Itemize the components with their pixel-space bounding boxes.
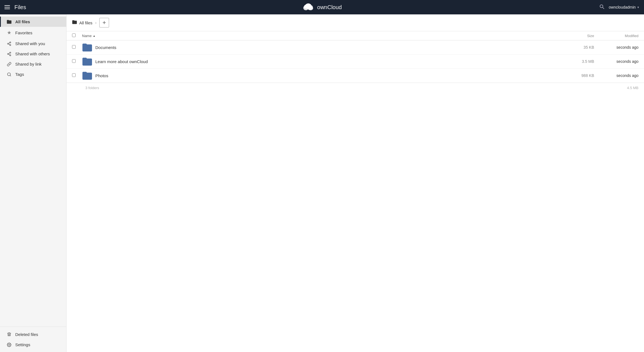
file-summary: 3 folders 4.5 MB xyxy=(67,83,644,93)
table-row[interactable]: Learn more about ownCloud ··· 3.5 MB sec… xyxy=(67,55,644,69)
sidebar-item-label-tags: Tags xyxy=(15,72,24,77)
content-toolbar: All files › + xyxy=(67,14,644,31)
file-name-text-photos: Photos xyxy=(95,73,108,78)
add-button[interactable]: + xyxy=(99,18,109,28)
file-list: Name ▲ Size Modified xyxy=(67,31,644,352)
row-check-documents[interactable] xyxy=(72,45,82,50)
main-layout: All files ★ Favorites Shared with you xyxy=(0,14,644,352)
svg-point-4 xyxy=(308,6,313,11)
hamburger-menu[interactable] xyxy=(4,5,10,9)
row-checkbox-documents[interactable] xyxy=(72,45,76,49)
owncloud-logo xyxy=(302,2,315,12)
sidebar-item-tags[interactable]: Tags xyxy=(0,69,66,79)
sidebar-item-label-favorites: Favorites xyxy=(15,30,32,35)
folder-icon-photos xyxy=(82,71,92,80)
sidebar-item-shared-with-you[interactable]: Shared with you xyxy=(0,38,66,49)
topbar-right: owncloudadmin ▼ xyxy=(599,4,640,11)
select-all-checkbox[interactable] xyxy=(72,33,76,37)
summary-label: 3 folders xyxy=(72,86,611,90)
user-menu[interactable]: owncloudadmin ▼ xyxy=(609,5,640,9)
file-modified-photos: seconds ago xyxy=(594,73,638,78)
sidebar-item-favorites[interactable]: ★ Favorites xyxy=(0,27,66,38)
sidebar-nav: All files ★ Favorites Shared with you xyxy=(0,14,66,327)
folder-icon-learn-more xyxy=(82,57,92,66)
svg-line-10 xyxy=(9,44,10,45)
svg-line-28 xyxy=(554,62,556,63)
folder-icon xyxy=(6,20,12,24)
sidebar-item-shared-with-others[interactable]: Shared with others xyxy=(0,49,66,59)
svg-line-34 xyxy=(554,74,556,75)
search-icon[interactable] xyxy=(599,4,604,11)
sidebar-item-label-shared-by-link: Shared by link xyxy=(15,62,42,66)
sidebar-item-shared-by-link[interactable]: Shared by link xyxy=(0,59,66,69)
sort-arrow-icon: ▲ xyxy=(93,34,96,37)
file-size-learn-more: 3.5 MB xyxy=(566,59,594,64)
column-size: Size xyxy=(566,34,594,38)
breadcrumb: All files xyxy=(72,20,93,25)
svg-line-18 xyxy=(10,75,11,76)
file-modified-documents: seconds ago xyxy=(594,45,638,50)
share-action-documents[interactable] xyxy=(552,44,558,51)
user-caret-icon: ▼ xyxy=(637,6,640,9)
sidebar-item-label-settings: Settings xyxy=(15,342,30,347)
share-icon-others xyxy=(6,52,12,56)
breadcrumb-label[interactable]: All files xyxy=(79,20,93,25)
svg-line-16 xyxy=(9,53,10,54)
breadcrumb-folder-icon xyxy=(72,20,77,25)
file-modified-learn-more: seconds ago xyxy=(594,59,638,64)
svg-line-23 xyxy=(554,48,556,48)
table-row[interactable]: Documents ··· 35 KB seconds ago xyxy=(67,40,644,55)
sidebar-item-label-shared-with-others: Shared with others xyxy=(15,51,50,56)
folder-icon-documents xyxy=(82,43,92,51)
file-name-learn-more: Learn more about ownCloud xyxy=(82,57,552,66)
svg-line-15 xyxy=(9,54,10,55)
link-icon xyxy=(6,62,12,66)
content-area: All files › + Name ▲ Size Modified xyxy=(67,14,644,352)
column-modified: Modified xyxy=(594,34,638,38)
username: owncloudadmin xyxy=(609,5,636,9)
breadcrumb-arrow-icon: › xyxy=(95,20,97,25)
sidebar-item-label-all-files: All files xyxy=(15,19,30,24)
row-check-learn-more[interactable] xyxy=(72,59,82,64)
sidebar: All files ★ Favorites Shared with you xyxy=(0,14,67,352)
file-list-header: Name ▲ Size Modified xyxy=(67,31,644,40)
settings-icon xyxy=(6,343,12,347)
sidebar-item-all-files[interactable]: All files xyxy=(0,17,66,27)
more-action-documents[interactable]: ··· xyxy=(561,44,566,51)
select-all-check[interactable] xyxy=(72,33,82,38)
sidebar-item-label-shared-with-you: Shared with you xyxy=(15,41,45,46)
svg-line-33 xyxy=(554,76,556,77)
file-size-photos: 988 KB xyxy=(566,73,594,78)
svg-line-29 xyxy=(554,60,556,61)
more-action-photos[interactable]: ··· xyxy=(561,72,566,79)
trash-icon xyxy=(6,332,12,337)
svg-point-3 xyxy=(304,5,308,9)
star-icon: ★ xyxy=(6,30,12,36)
file-name-photos: Photos xyxy=(82,71,552,80)
svg-line-11 xyxy=(9,43,10,43)
app-section-title: Files xyxy=(14,4,26,11)
sidebar-item-deleted-files[interactable]: Deleted files xyxy=(0,329,66,340)
sidebar-bottom: Deleted files Settings xyxy=(0,327,66,352)
sidebar-item-settings[interactable]: Settings xyxy=(0,340,66,350)
share-action-photos[interactable] xyxy=(552,72,558,79)
row-checkbox-learn-more[interactable] xyxy=(72,59,76,63)
svg-line-24 xyxy=(554,46,556,47)
file-name-text-documents: Documents xyxy=(95,45,116,50)
topbar: Files ownCloud owncloudadmin ▼ xyxy=(0,0,644,14)
app-name: ownCloud xyxy=(317,4,342,11)
summary-size: 4.5 MB xyxy=(611,86,638,90)
svg-line-6 xyxy=(602,7,604,9)
row-check-photos[interactable] xyxy=(72,73,82,78)
file-name-documents: Documents xyxy=(82,43,552,51)
tags-icon xyxy=(6,72,12,77)
more-action-learn-more[interactable]: ··· xyxy=(561,58,566,65)
table-row[interactable]: Photos ··· 988 KB seconds ago xyxy=(67,69,644,83)
svg-point-19 xyxy=(9,344,10,345)
topbar-center: ownCloud xyxy=(302,2,342,12)
file-name-text-learn-more: Learn more about ownCloud xyxy=(95,59,148,64)
share-action-learn-more[interactable] xyxy=(552,58,558,65)
column-name[interactable]: Name ▲ xyxy=(82,34,566,38)
share-icon-you xyxy=(6,42,12,46)
row-checkbox-photos[interactable] xyxy=(72,73,76,77)
